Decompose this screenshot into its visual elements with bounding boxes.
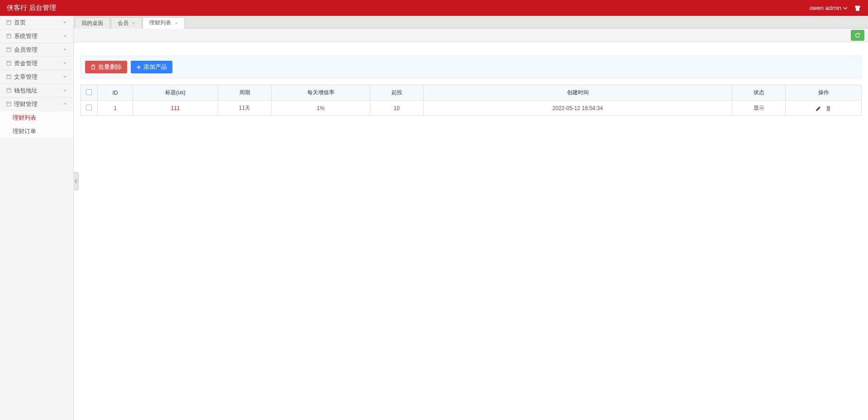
table-row: 1 111 11天 1% 10 2022-05-12 18:54:34 显示 — [81, 101, 862, 116]
header-status: 状态 — [732, 85, 786, 101]
edit-icon[interactable] — [816, 105, 823, 111]
submenu-item-finance-orders[interactable]: 理财订单 — [0, 125, 73, 138]
svg-rect-12 — [7, 102, 11, 106]
table-header-row: ID 标题(us) 周期 每天增值率 起投 创建时间 状态 操作 — [81, 85, 862, 101]
batch-delete-button[interactable]: 批量删除 — [85, 61, 127, 73]
tab-finance-list[interactable]: 理财列表 × — [143, 17, 184, 29]
data-table: ID 标题(us) 周期 每天增值率 起投 创建时间 状态 操作 1 111 — [80, 85, 862, 116]
tab-desktop[interactable]: 我的桌面 — [75, 17, 110, 29]
chevron-down-icon — [63, 88, 67, 92]
add-product-button[interactable]: 添加产品 — [131, 61, 172, 73]
trash-icon — [91, 64, 96, 70]
cell-rate: 1% — [272, 101, 370, 116]
chevron-down-icon — [63, 61, 67, 65]
app-title: 侠客行 后台管理 — [7, 4, 56, 12]
sidebar-item-articles[interactable]: 文章管理 — [0, 70, 73, 84]
svg-rect-4 — [7, 48, 11, 52]
cell-status: 显示 — [732, 101, 786, 116]
tab-member[interactable]: 会员 × — [111, 17, 142, 29]
chevron-up-icon — [63, 102, 67, 106]
sidebar-item-home[interactable]: 首页 — [0, 16, 73, 29]
sidebar-item-member[interactable]: 会员管理 — [0, 43, 73, 57]
select-all-checkbox[interactable] — [86, 89, 92, 95]
user-dropdown[interactable]: owen admin — [810, 5, 848, 11]
tab-label: 会员 — [118, 19, 129, 27]
submenu-item-label: 理财订单 — [13, 127, 36, 135]
toolbar — [74, 29, 868, 42]
page-icon — [6, 101, 11, 106]
page-icon — [6, 47, 11, 52]
chevron-down-icon — [63, 34, 67, 38]
close-icon[interactable]: × — [175, 20, 177, 26]
tab-label: 我的桌面 — [81, 19, 103, 27]
submenu-finance: 理财列表 理财订单 — [0, 111, 73, 138]
header-created: 创建时间 — [424, 85, 732, 101]
refresh-icon — [854, 32, 861, 39]
svg-rect-10 — [7, 88, 11, 92]
chevron-down-icon — [63, 75, 67, 79]
header-cycle: 周期 — [218, 85, 272, 101]
header-user-area: owen admin — [810, 5, 861, 12]
page-icon — [6, 20, 11, 25]
sidebar: 首页 系统管理 会员管理 资金管理 — [0, 16, 74, 420]
sidebar-item-label: 系统管理 — [14, 32, 38, 40]
header-rate: 每天增值率 — [272, 85, 370, 101]
sidebar-item-label: 首页 — [14, 19, 26, 27]
header-check — [81, 85, 98, 101]
page-icon — [6, 74, 11, 79]
sidebar-item-finance[interactable]: 理财管理 — [0, 97, 73, 111]
refresh-button[interactable] — [851, 30, 864, 41]
tshirt-icon[interactable] — [854, 5, 861, 12]
chevron-down-icon — [63, 20, 67, 24]
sidebar-item-label: 钱包地址 — [14, 87, 38, 95]
button-label: 批量删除 — [98, 63, 122, 71]
content: 我的桌面 会员 × 理财列表 × — [74, 16, 868, 420]
cell-id: 1 — [98, 101, 133, 116]
svg-rect-2 — [7, 34, 11, 38]
close-icon[interactable]: × — [132, 20, 135, 26]
sidebar-collapse-handle[interactable] — [73, 172, 79, 190]
sidebar-item-funds[interactable]: 资金管理 — [0, 57, 73, 70]
sidebar-item-wallet[interactable]: 钱包地址 — [0, 84, 73, 97]
row-checkbox[interactable] — [86, 105, 92, 111]
submenu-item-finance-list[interactable]: 理财列表 — [0, 111, 73, 125]
page-icon — [6, 34, 11, 39]
page-icon — [6, 88, 11, 93]
cell-cycle: 11天 — [218, 101, 272, 116]
action-bar: 批量删除 添加产品 — [80, 56, 862, 78]
cell-start: 10 — [370, 101, 424, 116]
plus-icon — [136, 65, 141, 70]
sidebar-item-system[interactable]: 系统管理 — [0, 29, 73, 43]
tab-bar: 我的桌面 会员 × 理财列表 × — [74, 16, 868, 29]
user-name: owen admin — [810, 5, 841, 11]
cell-created: 2022-05-12 18:54:34 — [424, 101, 732, 116]
page-icon — [6, 61, 11, 66]
header-ops: 操作 — [786, 85, 862, 101]
cell-ops — [786, 101, 862, 116]
main-body: 批量删除 添加产品 ID 标题( — [74, 42, 868, 420]
chevron-down-icon — [843, 6, 848, 10]
button-label: 添加产品 — [143, 63, 167, 71]
header-title: 标题(us) — [133, 85, 218, 101]
trash-icon[interactable] — [825, 105, 831, 111]
svg-rect-6 — [7, 61, 11, 65]
header-id: ID — [98, 85, 133, 101]
chevron-down-icon — [63, 48, 67, 52]
submenu-item-label: 理财列表 — [13, 114, 36, 122]
sidebar-item-label: 资金管理 — [14, 59, 38, 68]
svg-rect-0 — [7, 20, 11, 24]
sidebar-item-label: 文章管理 — [14, 73, 38, 81]
tab-label: 理财列表 — [149, 19, 171, 27]
header: 侠客行 后台管理 owen admin — [0, 0, 868, 16]
sidebar-item-label: 会员管理 — [14, 46, 38, 54]
cell-title-link[interactable]: 111 — [171, 105, 180, 111]
header-start: 起投 — [370, 85, 424, 101]
sidebar-item-label: 理财管理 — [14, 100, 38, 108]
svg-rect-8 — [7, 75, 11, 79]
